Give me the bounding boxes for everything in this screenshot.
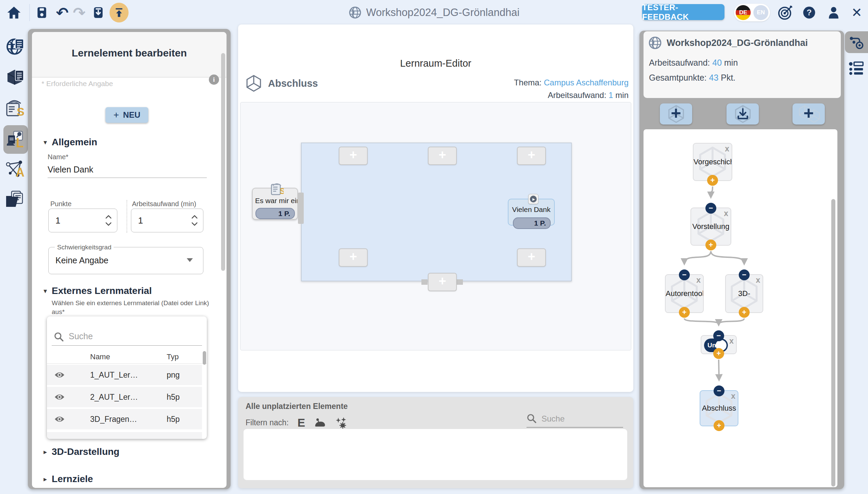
filter-interactive-icon[interactable] [314, 417, 326, 428]
delete-node-button[interactable]: x [756, 276, 760, 284]
new-button[interactable]: + NEU [105, 107, 148, 123]
slot-add-top-center[interactable] [428, 147, 457, 165]
language-en-button[interactable]: EN [753, 5, 768, 20]
help-button[interactable] [800, 3, 818, 22]
table-row[interactable]: 3D_Fragen…h5p [47, 409, 202, 429]
element-node-selected[interactable]: ▶ Vielen Dank 1 P. [508, 199, 555, 226]
output-port[interactable]: + [679, 307, 690, 318]
user-button[interactable] [824, 3, 843, 22]
punkte-stepper[interactable]: 1 [48, 209, 117, 232]
aufwand-label: Arbeitsaufwand (min) [132, 200, 196, 208]
tab-element-list[interactable] [846, 59, 867, 78]
eye-icon[interactable] [54, 393, 65, 401]
output-port[interactable]: + [713, 348, 724, 359]
table-scrollbar-thumb[interactable] [203, 351, 206, 365]
aufwand-stepper[interactable]: 1 [131, 209, 203, 232]
world-punkte-line: Gesamtpunkte: 43 Pkt. [649, 73, 735, 83]
graph-node-abschluss[interactable]: Abschlussx−+ [700, 390, 738, 426]
filter-sparkle-icon[interactable] [335, 417, 347, 429]
thema-line: Thema: Campus Aschaffenburg [514, 76, 629, 89]
caret-down-icon: ▾ [44, 138, 47, 146]
eye-icon[interactable] [54, 415, 65, 423]
tester-feedback-button[interactable]: TESTER-FEEDBACK [642, 4, 724, 20]
add-condition-button[interactable]: + [792, 103, 825, 125]
row-name: 3D_Fragen… [90, 415, 137, 424]
input-port[interactable]: − [705, 203, 716, 214]
row-name: 2_AUT_Ler… [90, 393, 138, 402]
name-label: Name* [48, 153, 68, 161]
output-port[interactable]: + [707, 175, 718, 186]
editor-title: Lernraum-Editor [238, 58, 633, 69]
graph-node-label: Vorgeschichte [694, 158, 732, 166]
import-space-button[interactable] [727, 103, 759, 125]
row-typ: h5p [167, 415, 180, 424]
eye-icon[interactable] [54, 439, 65, 439]
graph-node-vorgeschichte[interactable]: Vorgeschichtex+ [693, 143, 732, 181]
graph-node-3d-[interactable]: 3D-x−+ [725, 274, 763, 313]
output-port[interactable]: + [714, 420, 724, 431]
slot-add-bottom-right[interactable] [517, 248, 546, 267]
space-graph-card[interactable]: Vorgeschichtex+Vorstellungx−+Autorentool… [644, 129, 837, 487]
extern-hint-line1: Wählen Sie ein externes Lernmaterial (Da… [52, 299, 209, 307]
rail-adaptivity-button[interactable]: A [5, 159, 24, 179]
goals-target-button[interactable] [776, 3, 795, 22]
material-list-card: Suche Name Typ 1_AUT_Ler…png2_AUT_Ler…h5… [47, 316, 207, 439]
table-row[interactable]: 1_AUT_Ler…png [47, 365, 202, 385]
slot-add-door[interactable] [428, 273, 457, 291]
tab-learning-path-active[interactable] [845, 31, 868, 53]
language-de-button[interactable]: DE [736, 5, 751, 20]
output-port[interactable]: + [705, 240, 716, 250]
thema-link[interactable]: Campus Aschaffenburg [544, 78, 629, 87]
close-button[interactable]: ✕ [848, 3, 866, 22]
graph-node-label: Vorstellung [691, 222, 731, 231]
table-row[interactable]: 2_AUT_Ler…h5p [47, 387, 202, 407]
input-port[interactable]: − [739, 269, 750, 280]
input-port[interactable]: − [713, 330, 724, 341]
delete-node-button[interactable]: x [729, 336, 734, 345]
section-allgemein[interactable]: ▾ Allgemein [44, 137, 97, 148]
stepper-down-icon [191, 222, 198, 226]
section-3d-darstellung[interactable]: ▸ 3D-Darstellung [44, 446, 119, 457]
add-space-button[interactable]: + [660, 103, 692, 125]
delete-node-button[interactable]: x [731, 392, 735, 400]
schwierigkeitsgrad-select[interactable]: Schwierigkeitsgrad Keine Angabe [48, 247, 203, 274]
input-port[interactable]: − [714, 385, 724, 396]
section-lernziele[interactable]: ▸ Lernziele [44, 474, 93, 484]
room-canvas[interactable]: Es war mir eine 1 P. ▶ Vielen Dank 1 P. [240, 102, 631, 350]
rail-world-overview-button[interactable] [5, 37, 24, 56]
slot-add-top-right[interactable] [517, 147, 546, 165]
eye-icon[interactable] [54, 371, 65, 379]
graph-scrollbar-thumb[interactable] [831, 199, 835, 487]
graph-node-label: Abschluss [700, 404, 738, 413]
delete-node-button[interactable]: x [724, 209, 728, 218]
plus-icon: + [113, 110, 119, 120]
rail-learning-element-button-active[interactable]: L [5, 129, 24, 149]
rail-materials-folder-button[interactable] [5, 189, 24, 209]
output-port[interactable]: + [739, 307, 750, 318]
element-node-unplaced[interactable]: Es war mir eine 1 P. [252, 188, 298, 220]
graph-node-und[interactable]: Undx−+ [701, 335, 737, 354]
name-input[interactable]: Vielen Dank [48, 165, 93, 175]
rail-space-button[interactable] [5, 67, 24, 87]
graph-node-vorstellung[interactable]: Vorstellungx−+ [690, 208, 731, 246]
rail-story-button[interactable]: S [5, 99, 24, 118]
delete-node-button[interactable]: x [725, 144, 729, 153]
unplaced-elements-area[interactable] [244, 429, 627, 480]
left-panel-scrollbar-thumb[interactable] [221, 53, 225, 271]
filter-text-element-icon[interactable]: E [298, 416, 305, 429]
search-underline [52, 345, 202, 346]
left-panel-header: Lernelement bearbeiten [32, 32, 227, 78]
lernraum-editor-card: Lernraum-Editor Abschluss Thema: Campus … [238, 24, 633, 392]
row-typ: h5p [167, 393, 180, 402]
info-icon[interactable]: i [209, 75, 219, 85]
graph-node-autorentool[interactable]: Autorentoolx−+ [665, 274, 704, 313]
slot-add-top-left[interactable] [339, 147, 368, 165]
delete-node-button[interactable]: x [696, 276, 701, 284]
graph-edge [711, 251, 744, 263]
input-port[interactable]: − [679, 269, 690, 280]
material-search-input[interactable]: Suche [69, 331, 93, 341]
section-externes-lernmaterial[interactable]: ▾ Externes Lernmaterial [44, 285, 152, 296]
table-row-partial[interactable] [47, 432, 202, 439]
slot-add-bottom-left[interactable] [339, 248, 368, 267]
node-drag-handle[interactable] [298, 193, 304, 224]
